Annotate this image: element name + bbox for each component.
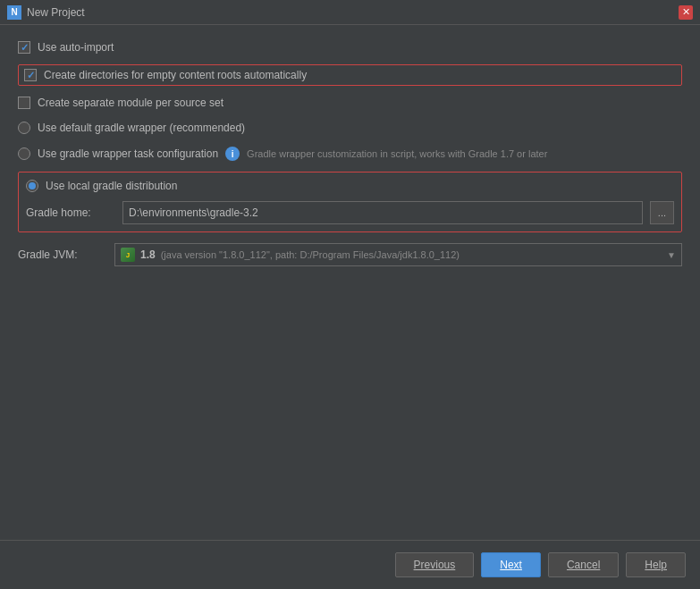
app-icon: N xyxy=(7,5,21,20)
cancel-button[interactable]: Cancel xyxy=(548,552,619,577)
jvm-version: 1.8 xyxy=(140,248,156,261)
previous-button[interactable]: Previous xyxy=(395,552,475,577)
create-dirs-checkbox[interactable] xyxy=(24,69,37,81)
local-dist-label: Use local gradle distribution xyxy=(46,180,177,192)
title-bar: N New Project ✕ xyxy=(0,0,700,25)
gradle-jvm-label: Gradle JVM: xyxy=(18,248,107,261)
create-dirs-label: Create directories for empty content roo… xyxy=(44,69,307,81)
separate-module-checkbox[interactable] xyxy=(18,97,30,109)
wrapper-task-row: Use gradle wrapper task configuration i … xyxy=(18,145,682,163)
create-dirs-row: Create directories for empty content roo… xyxy=(18,64,682,86)
info-icon: i xyxy=(225,147,240,161)
wrapper-task-radio[interactable] xyxy=(18,147,30,160)
gradle-home-input[interactable] xyxy=(122,201,643,224)
jvm-dropdown-arrow: ▼ xyxy=(667,250,676,260)
default-wrapper-row: Use default gradle wrapper (recommended) xyxy=(18,120,682,136)
local-dist-radio[interactable] xyxy=(26,180,38,192)
gradle-home-row: Gradle home: ... xyxy=(26,199,674,226)
gradle-jvm-row: Gradle JVM: J 1.8 (java version "1.8.0_1… xyxy=(18,241,682,268)
window-title: New Project xyxy=(27,6,85,19)
close-button[interactable]: ✕ xyxy=(679,5,693,20)
main-content: Use auto-import Create directories for e… xyxy=(0,25,700,540)
local-dist-row: Use local gradle distribution xyxy=(26,178,674,194)
gradle-home-label: Gradle home: xyxy=(26,206,115,219)
default-wrapper-radio[interactable] xyxy=(18,122,30,134)
footer: Previous Next Cancel Help xyxy=(0,540,700,589)
default-wrapper-label: Use default gradle wrapper (recommended) xyxy=(38,122,245,134)
separate-module-label: Create separate module per source set xyxy=(38,97,223,109)
help-button[interactable]: Help xyxy=(626,552,686,577)
wrapper-task-label: Use gradle wrapper task configuration xyxy=(38,147,218,160)
jvm-detail: (java version "1.8.0_112", path: D:/Prog… xyxy=(161,249,460,260)
auto-import-checkbox[interactable] xyxy=(18,41,30,54)
jvm-select-inner: J 1.8 (java version "1.8.0_112", path: D… xyxy=(121,248,460,262)
gradle-jvm-select[interactable]: J 1.8 (java version "1.8.0_112", path: D… xyxy=(114,243,682,266)
wrapper-task-info: Gradle wrapper customization in script, … xyxy=(247,148,547,159)
auto-import-label: Use auto-import xyxy=(38,41,114,54)
gradle-home-browse-button[interactable]: ... xyxy=(650,201,674,224)
jvm-icon: J xyxy=(121,248,135,262)
local-dist-section: Use local gradle distribution Gradle hom… xyxy=(18,172,682,232)
auto-import-row: Use auto-import xyxy=(18,39,682,55)
next-button[interactable]: Next xyxy=(481,552,541,577)
separate-module-row: Create separate module per source set xyxy=(18,95,682,111)
